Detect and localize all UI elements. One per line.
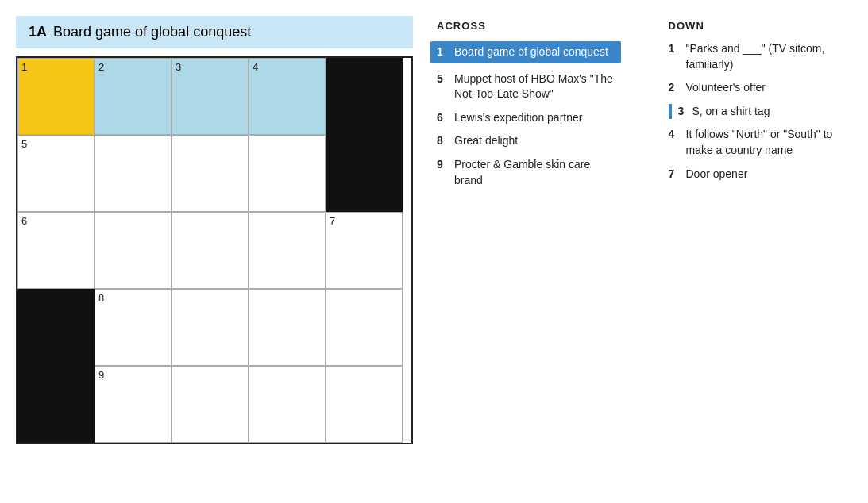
across-clue-1[interactable]: 1Board game of global conquest — [430, 41, 621, 63]
clue-number: 7 — [669, 167, 680, 182]
grid-cell-r3c3[interactable] — [249, 289, 326, 366]
cell-number-2: 2 — [98, 62, 104, 72]
down-clue-4[interactable]: 4It follows "North" or "South" to make a… — [669, 127, 853, 158]
clue-text: It follows "North" or "South" to make a … — [686, 127, 853, 158]
grid-cell-r0c0[interactable]: 1 — [17, 58, 95, 135]
grid-cell-r2c4[interactable]: 7 — [326, 212, 403, 289]
clue-number: 1 — [669, 41, 680, 72]
clue-text: S, on a shirt tag — [692, 104, 770, 120]
cell-number-1: 1 — [21, 62, 27, 72]
clue-number: 8 — [437, 133, 448, 149]
clue-number: 9 — [437, 157, 448, 188]
across-clue-6[interactable]: 6Lewis's expedition partner — [437, 110, 621, 126]
cell-number-3: 3 — [176, 62, 181, 72]
across-clue-9[interactable]: 9Procter & Gamble skin care brand — [437, 157, 621, 188]
grid-cell-r4c4[interactable] — [326, 366, 403, 443]
cell-number-7: 7 — [330, 216, 335, 226]
active-clue-number: 1A — [29, 24, 47, 40]
grid-cell-r0c4[interactable] — [326, 58, 403, 135]
down-bar — [669, 104, 672, 120]
clue-text: Muppet host of HBO Max's "The Not-Too-La… — [454, 71, 621, 102]
clue-text: "Parks and ___" (TV sitcom, familiarly) — [686, 41, 853, 72]
grid-cell-r4c1[interactable]: 9 — [95, 366, 172, 443]
clue-number: 4 — [669, 127, 680, 158]
down-clues-column: DOWN 1"Parks and ___" (TV sitcom, famili… — [669, 20, 853, 196]
down-title: DOWN — [669, 20, 853, 32]
down-clues-list: 1"Parks and ___" (TV sitcom, familiarly)… — [669, 41, 853, 182]
grid-cell-r0c1[interactable]: 2 — [95, 58, 172, 135]
grid-cell-r2c2[interactable] — [172, 212, 249, 289]
grid-cell-r3c2[interactable] — [172, 289, 249, 366]
down-clue-1[interactable]: 1"Parks and ___" (TV sitcom, familiarly) — [669, 41, 853, 72]
cell-number-9: 9 — [98, 370, 104, 380]
active-clue-header: 1ABoard game of global conquest — [16, 16, 413, 48]
across-clue-5[interactable]: 5Muppet host of HBO Max's "The Not-Too-L… — [437, 71, 621, 102]
grid-cell-r4c0[interactable] — [17, 366, 95, 443]
clue-number: 5 — [437, 71, 448, 102]
down-clue-2[interactable]: 2Volunteer's offer — [669, 80, 853, 96]
grid-cell-r1c2[interactable] — [172, 135, 249, 212]
crossword-grid[interactable]: 123456789 — [16, 56, 413, 444]
clues-wrapper: ACROSS 1Board game of global conquest5Mu… — [437, 16, 852, 196]
grid-cell-r3c1[interactable]: 8 — [95, 289, 172, 366]
clue-text: Door opener — [686, 167, 853, 182]
clue-number: 3 — [678, 104, 689, 120]
down-indicator: 3 S, on a shirt tag — [669, 104, 770, 120]
grid-cell-r2c1[interactable] — [95, 212, 172, 289]
clue-text: Lewis's expedition partner — [454, 110, 621, 126]
down-clue-3[interactable]: 3 S, on a shirt tag — [669, 104, 853, 120]
cell-number-6: 6 — [21, 216, 27, 226]
active-clue-text: Board game of global conquest — [53, 24, 251, 40]
clue-text: Volunteer's offer — [686, 80, 853, 96]
crossword-section: 1ABoard game of global conquest 12345678… — [16, 16, 413, 444]
grid-cell-r0c3[interactable]: 4 — [249, 58, 326, 135]
grid-cell-r1c1[interactable] — [95, 135, 172, 212]
down-clue-7[interactable]: 7Door opener — [669, 167, 853, 182]
across-clues-column: ACROSS 1Board game of global conquest5Mu… — [437, 20, 621, 196]
grid-cell-r0c2[interactable]: 3 — [172, 58, 249, 135]
across-title: ACROSS — [437, 20, 621, 32]
grid-cell-r2c0[interactable]: 6 — [17, 212, 95, 289]
grid-cell-r1c3[interactable] — [249, 135, 326, 212]
cell-number-5: 5 — [21, 139, 27, 149]
grid-cell-r3c0[interactable] — [17, 289, 95, 366]
grid-cell-r4c3[interactable] — [249, 366, 326, 443]
grid-cell-r1c4[interactable] — [326, 135, 403, 212]
grid-cell-r2c3[interactable] — [249, 212, 326, 289]
clue-text: Great delight — [454, 133, 621, 149]
clue-text: Board game of global conquest — [454, 44, 615, 60]
grid-cell-r1c0[interactable]: 5 — [17, 135, 95, 212]
grid-cell-r3c4[interactable] — [326, 289, 403, 366]
clue-number: 6 — [437, 110, 448, 126]
grid-cell-r4c2[interactable] — [172, 366, 249, 443]
clue-text: Procter & Gamble skin care brand — [454, 157, 621, 188]
across-clue-8[interactable]: 8Great delight — [437, 133, 621, 149]
cell-number-4: 4 — [253, 62, 258, 72]
crossword-grid-container: 123456789 — [16, 56, 413, 444]
clue-number: 2 — [669, 80, 680, 96]
across-clues-list: 1Board game of global conquest5Muppet ho… — [437, 41, 621, 188]
cell-number-8: 8 — [98, 293, 104, 303]
clue-number: 1 — [437, 44, 448, 60]
